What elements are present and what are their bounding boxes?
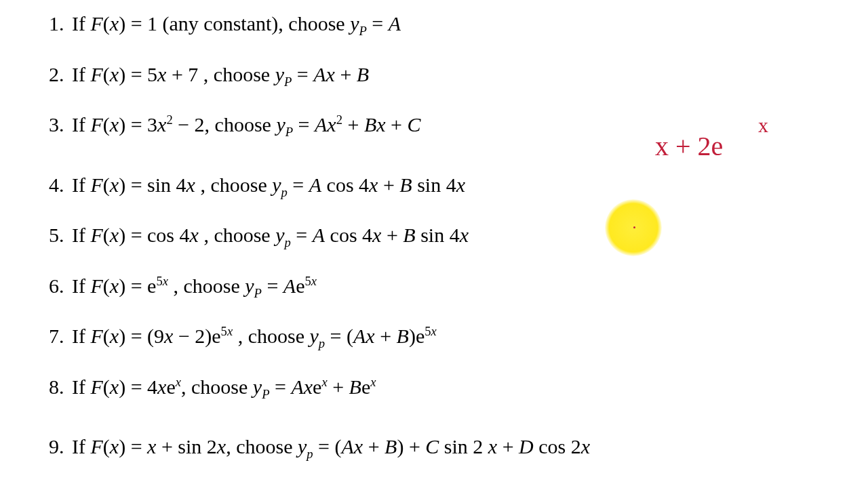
word-if: If [72, 325, 90, 347]
y-particular: yp = [272, 174, 309, 196]
lhs-expression: F(x) = (9x − 2)e5x [90, 325, 237, 347]
rule-4: 4. If F(x) = sin 4x , choose yp = A cos … [49, 174, 868, 197]
y-particular: yp = [275, 224, 313, 246]
item-number: 1. [49, 12, 72, 36]
rules-list: 1. If F(x) = 1 (any constant), choose yP… [49, 12, 868, 459]
word-choose: , choose [173, 274, 245, 297]
word-choose: , choose [238, 325, 310, 347]
handwritten-annotation: x + 2e [655, 133, 723, 160]
lhs-expression: F(x) = e5x [90, 274, 173, 297]
item-number: 9. [49, 435, 72, 459]
word-choose: , choose [203, 63, 275, 85]
lhs-expression: F(x) = x + sin 2x [90, 435, 226, 458]
lhs-expression: F(x) = sin 4x [90, 174, 200, 196]
item-number: 3. [49, 113, 72, 137]
rule-6: 6. If F(x) = e5x , choose yP = Ae5x [49, 274, 868, 298]
rule-5: 5. If F(x) = cos 4x , choose yp = A cos … [49, 224, 868, 247]
rule-9: 9. If F(x) = x + sin 2x, choose yp = (Ax… [49, 435, 868, 459]
cursor-dot [633, 226, 635, 228]
slide: 1. If F(x) = 1 (any constant), choose yP… [0, 0, 868, 488]
word-if: If [72, 224, 90, 246]
word-choose: , choose [226, 435, 298, 458]
word-choose: , choose [181, 375, 253, 398]
item-number: 5. [49, 224, 72, 247]
word-choose: , choose [203, 224, 275, 246]
y-particular: yp = [298, 435, 335, 458]
word-choose: , choose [205, 113, 277, 136]
item-number: 2. [49, 63, 72, 87]
item-number: 8. [49, 375, 72, 399]
rhs-expression: (Ax + B) + C sin 2 x + D cos 2x [335, 435, 591, 458]
y-particular: yp = [309, 325, 347, 347]
y-particular: yP = [275, 63, 314, 85]
rule-3: 3. If F(x) = 3x2 − 2, choose yP = Ax2 + … [49, 113, 868, 137]
y-particular: yP = [276, 113, 315, 136]
rhs-expression: A cos 4x + B sin 4x [313, 224, 469, 246]
y-particular: yP = [253, 375, 292, 398]
word-if: If [72, 174, 90, 196]
word-choose: , choose [278, 12, 350, 35]
word-if: If [72, 113, 90, 136]
rhs-expression: Ae5x [283, 274, 317, 297]
word-if: If [72, 63, 90, 85]
rule-1: 1. If F(x) = 1 (any constant), choose yP… [49, 12, 868, 36]
rule-7: 7. If F(x) = (9x − 2)e5x , choose yp = (… [49, 325, 868, 348]
item-number: 4. [49, 174, 72, 197]
word-if: If [72, 12, 90, 35]
rhs-expression: Axex + Bex [291, 375, 376, 398]
rhs-expression: Ax2 + Bx + C [315, 113, 420, 136]
item-number: 7. [49, 325, 72, 348]
word-if: If [72, 274, 90, 297]
lhs-expression: F(x) = 3x2 − 2 [90, 113, 204, 136]
rule-8: 8. If F(x) = 4xex, choose yP = Axex + Be… [49, 375, 868, 399]
lhs-expression: F(x) = 1 (any constant) [90, 12, 278, 35]
rhs-expression: A [389, 12, 401, 35]
word-if: If [72, 435, 90, 458]
y-particular: yP = [245, 274, 283, 297]
rhs-expression: A cos 4x + B sin 4x [309, 174, 465, 196]
handwritten-annotation-exponent: x [758, 115, 768, 136]
lhs-expression: F(x) = 4xex [90, 375, 181, 398]
rhs-expression: Ax + B [313, 63, 369, 85]
rule-2: 2. If F(x) = 5x + 7 , choose yP = Ax + B [49, 63, 868, 87]
y-particular: yP = [350, 12, 389, 35]
lhs-expression: F(x) = cos 4x [90, 224, 203, 246]
lhs-expression: F(x) = 5x + 7 [90, 63, 203, 85]
word-choose: , choose [200, 174, 272, 196]
word-if: If [72, 375, 90, 398]
item-number: 6. [49, 274, 72, 298]
rhs-expression: (Ax + B)e5x [347, 325, 437, 347]
